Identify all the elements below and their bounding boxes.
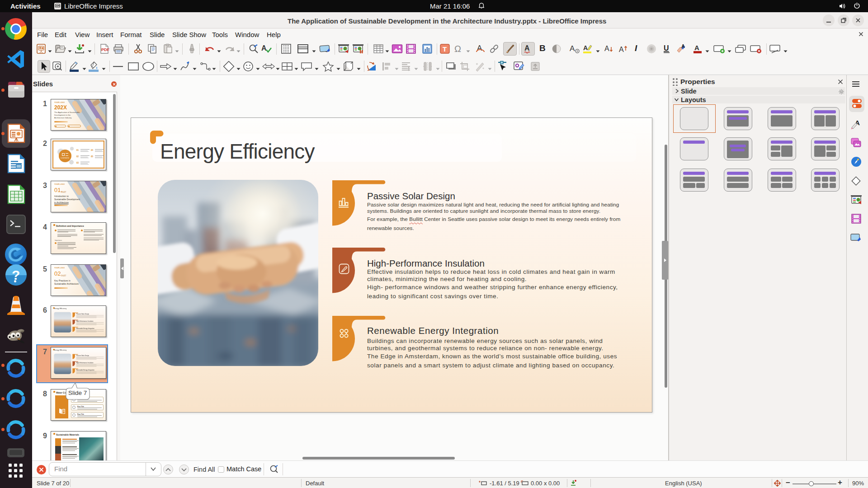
svg-text:A: A: [604, 45, 609, 52]
svg-text:A: A: [694, 44, 699, 52]
svg-text:A: A: [619, 46, 624, 53]
svg-text:A: A: [477, 44, 482, 52]
svg-text:Ω: Ω: [454, 44, 461, 54]
svg-text:PDF: PDF: [101, 47, 109, 52]
svg-text:A: A: [681, 43, 685, 49]
svg-text:A: A: [570, 44, 575, 53]
svg-text:A: A: [524, 44, 530, 52]
svg-text:U: U: [664, 44, 669, 52]
svg-text:T: T: [443, 45, 447, 53]
svg-text:A: A: [261, 44, 267, 52]
svg-text:A: A: [583, 44, 588, 52]
